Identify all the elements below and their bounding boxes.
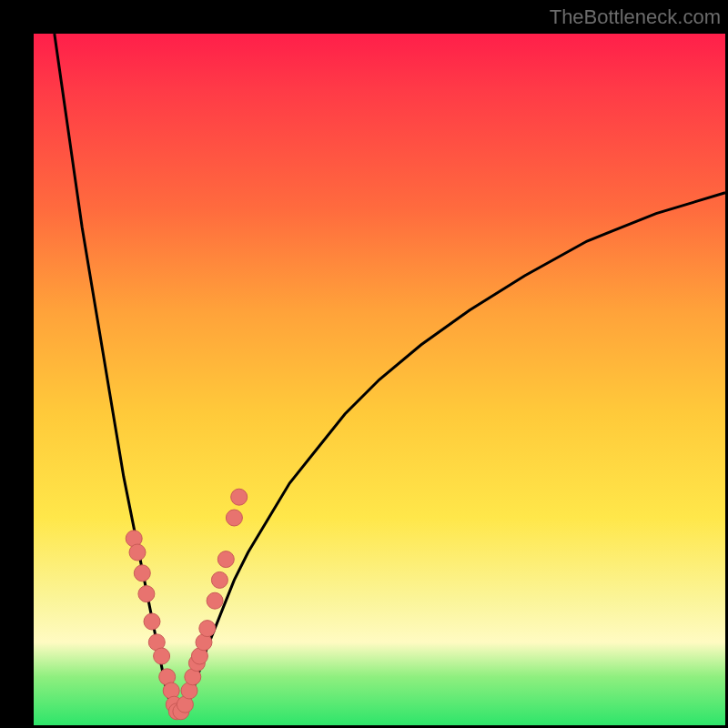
highlight-dot [199,621,216,637]
highlight-dot [231,489,248,505]
highlight-dot [217,551,234,568]
highlight-dot [226,510,242,526]
outer-frame: TheBottleneck.com [0,0,728,728]
chart-svg [34,34,725,725]
curve-right [186,193,725,712]
highlight-dot [138,586,155,602]
curve-group [55,34,725,712]
highlight-dot [144,613,160,630]
curve-left [55,34,172,712]
highlight-dot [134,565,150,581]
plot-area [34,34,725,725]
watermark-text: TheBottleneck.com [550,5,721,29]
highlight-dot [211,571,228,588]
highlight-dot [207,592,223,609]
highlight-dot [154,648,170,664]
dots-group [126,489,248,720]
highlight-dot [129,544,146,561]
